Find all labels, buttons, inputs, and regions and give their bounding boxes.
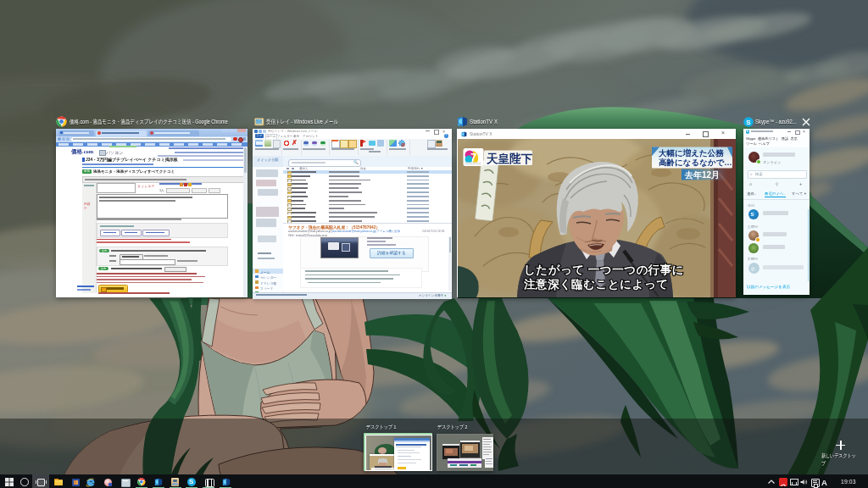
svg-text:去年12月: 去年12月 [684,170,720,180]
svg-text:S: S [746,119,751,126]
svg-text:天皇陛下: 天皇陛下 [486,152,533,164]
svg-text:注意深く臨むことによって: 注意深く臨むことによって [523,277,669,290]
svg-text:高齢になるなかで…: 高齢になるなかで… [659,158,732,167]
svg-text:7: 7 [470,151,476,164]
svg-text:したがって 一つ一つの行事に: したがって 一つ一つの行事に [524,263,684,276]
svg-text:大幅に増えた公務: 大幅に増えた公務 [659,147,724,157]
